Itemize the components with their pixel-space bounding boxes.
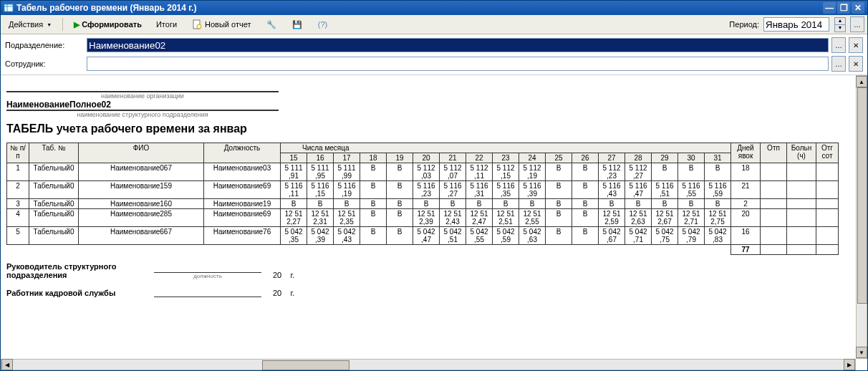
title-bar: Табель рабочего времени (Январь 2014 г.)… — [1, 1, 867, 15]
org-caption: наименование организации — [6, 92, 279, 100]
department-select-button[interactable]: … — [831, 37, 846, 53]
scroll-thumb-v[interactable] — [857, 87, 867, 304]
col-day: 29 — [652, 153, 678, 163]
col-day: 17 — [334, 153, 360, 163]
col-position: Должность — [204, 143, 281, 163]
sign-position-caption: должность — [154, 273, 261, 279]
scroll-thumb-h[interactable] — [262, 360, 349, 370]
period-select-button[interactable]: … — [850, 16, 864, 32]
col-day: 20 — [413, 153, 440, 163]
spin-up-button[interactable]: ▲ — [834, 17, 846, 25]
sign-hr-label: Работник кадровой службы — [6, 289, 150, 297]
employee-select-button[interactable]: … — [831, 56, 846, 72]
org-name: НаименованиеПолное02 — [6, 100, 279, 110]
app-icon — [4, 3, 14, 13]
save-icon: 💾 — [291, 19, 303, 30]
totals-button[interactable]: Итоги — [151, 18, 182, 31]
generate-button[interactable]: ▶ Сформировать — [69, 18, 147, 32]
svg-point-4 — [197, 24, 201, 29]
table-row: 2Табельный0Наименование159Наименование69… — [7, 181, 839, 199]
scroll-down-button[interactable]: ▼ — [856, 347, 867, 358]
period-label: Период: — [729, 20, 759, 29]
col-np: № п/п — [7, 143, 29, 163]
col-attend: Дней явок — [731, 143, 761, 163]
wrench-icon: 🔧 — [266, 19, 277, 30]
horizontal-scrollbar[interactable]: ◀ ▶ — [1, 359, 856, 370]
col-day: 18 — [360, 153, 387, 163]
scroll-up-button[interactable]: ▲ — [856, 76, 867, 87]
department-label: Подразделение: — [5, 41, 84, 49]
col-day: 16 — [307, 153, 334, 163]
actions-menu[interactable]: Действия▼ — [4, 18, 57, 31]
filter-panel: Подразделение: … ✕ Сотрудник: … ✕ — [1, 34, 867, 75]
new-report-button[interactable]: Новый отчет — [186, 16, 256, 32]
save-settings-button[interactable]: 💾 — [286, 16, 308, 32]
help-icon: (?) — [317, 19, 329, 30]
play-icon: ▶ — [74, 20, 79, 29]
table-row: 4Табельный0Наименование285Наименование69… — [7, 209, 839, 227]
minimize-button[interactable]: — — [823, 2, 836, 14]
svg-rect-0 — [4, 4, 13, 11]
sign-head-label: Руководитель структурного подразделения — [6, 262, 150, 279]
vertical-scrollbar[interactable]: ▲ ▼ — [856, 75, 867, 359]
report-area: наименование организации НаименованиеПол… — [1, 75, 867, 370]
col-vac: Отп — [761, 143, 787, 163]
report-body: наименование организации НаименованиеПол… — [1, 75, 856, 359]
col-fio: ФИО — [79, 143, 204, 163]
employee-label: Сотрудник: — [5, 59, 84, 68]
employee-input[interactable] — [87, 57, 829, 71]
col-day: 26 — [572, 153, 599, 163]
report-title: ТАБЕЛЬ учета рабочего времени за январ — [6, 122, 850, 135]
col-day: 19 — [387, 153, 413, 163]
table-row: 3Табельный0Наименование160Наименование19… — [7, 199, 839, 209]
chevron-down-icon: ▼ — [47, 22, 52, 27]
col-day: 23 — [493, 153, 519, 163]
col-day: 25 — [546, 153, 572, 163]
col-day: 27 — [599, 153, 625, 163]
col-day: 15 — [281, 153, 307, 163]
spin-down-button[interactable]: ▼ — [834, 25, 846, 32]
table-row: 1Табельный0Наименование067Наименование03… — [7, 163, 839, 181]
title-text: Табель рабочего времени (Январь 2014 г.) — [16, 3, 196, 13]
timesheet-table: № п/п Таб. № ФИО Должность Числа месяца … — [6, 143, 839, 255]
period-input[interactable] — [763, 17, 829, 32]
department-input[interactable] — [87, 38, 829, 52]
col-days-header: Числа месяца — [281, 143, 731, 153]
close-button[interactable]: ✕ — [852, 2, 864, 14]
period-spin: ▲ ▼ — [834, 17, 846, 32]
department-clear-button[interactable]: ✕ — [849, 37, 863, 53]
col-miss: Отг сот — [816, 143, 839, 163]
toolbar: Действия▼ ▶ Сформировать Итоги Новый отч… — [1, 15, 867, 34]
new-report-icon — [191, 19, 203, 30]
app-window: Табель рабочего времени (Январь 2014 г.)… — [0, 0, 868, 371]
scroll-right-button[interactable]: ▶ — [844, 359, 855, 370]
settings-button[interactable]: 🔧 — [261, 16, 282, 32]
col-day: 24 — [519, 153, 546, 163]
dept-caption: наименование структурного подразделения — [6, 110, 279, 118]
total-attend: 77 — [731, 245, 761, 255]
col-tabno: Таб. № — [29, 143, 79, 163]
help-button[interactable]: (?) — [312, 16, 334, 32]
col-sick: Больн (ч) — [787, 143, 816, 163]
table-row: 5Табельный0Наименование667Наименование76… — [7, 227, 839, 245]
col-day: 30 — [678, 153, 705, 163]
col-day: 28 — [625, 153, 652, 163]
col-day: 31 — [705, 153, 731, 163]
scroll-left-button[interactable]: ◀ — [1, 359, 13, 370]
col-day: 21 — [440, 153, 466, 163]
col-day: 22 — [466, 153, 493, 163]
employee-clear-button[interactable]: ✕ — [849, 56, 863, 72]
maximize-button[interactable]: ❐ — [837, 2, 850, 14]
